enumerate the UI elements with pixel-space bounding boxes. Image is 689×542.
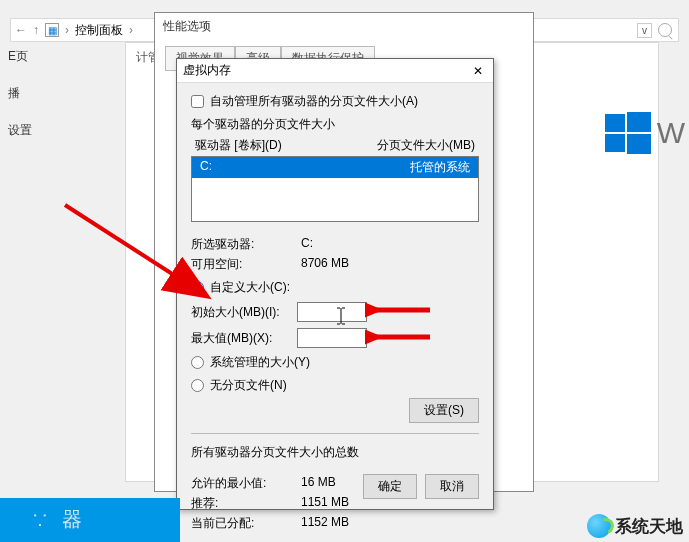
sidebar-item[interactable]: 播	[8, 85, 48, 102]
nav-back-icon[interactable]: ←	[15, 23, 27, 37]
dialog-titlebar: 性能选项	[155, 13, 533, 39]
svg-rect-2	[605, 134, 625, 152]
drive-listbox[interactable]: C: 托管的系统	[191, 156, 479, 222]
free-space-label: 可用空间:	[191, 256, 301, 273]
max-size-input[interactable]	[297, 328, 367, 348]
column-size: 分页文件大小(MB)	[377, 137, 475, 154]
sidebar: E页 播 设置	[8, 48, 48, 159]
selected-drive-label: 所选驱动器:	[191, 236, 301, 253]
close-icon[interactable]: ✕	[469, 62, 487, 80]
drive-row-selected[interactable]: C: 托管的系统	[192, 157, 478, 178]
breadcrumb-control-panel[interactable]: 控制面板	[75, 22, 123, 39]
ok-button[interactable]: 确定	[363, 474, 417, 499]
current-allocated-label: 当前已分配:	[191, 515, 301, 532]
system-managed-label: 系统管理的大小(Y)	[210, 354, 310, 371]
svg-rect-3	[627, 134, 651, 154]
drive-value: 托管的系统	[410, 159, 470, 176]
auto-manage-label: 自动管理所有驱动器的分页文件大小(A)	[210, 93, 418, 110]
initial-size-label: 初始大小(MB)(I):	[191, 304, 287, 321]
no-paging-label: 无分页文件(N)	[210, 377, 287, 394]
custom-size-radio[interactable]	[191, 281, 204, 294]
drive-name: C:	[200, 159, 212, 176]
free-space-value: 8706 MB	[301, 256, 479, 273]
watermark-icon	[587, 514, 611, 538]
dialog-titlebar: 虚拟内存 ✕	[177, 59, 493, 83]
cancel-button[interactable]: 取消	[425, 474, 479, 499]
control-panel-icon: ▦	[45, 23, 59, 37]
dialog-title: 性能选项	[163, 18, 211, 35]
chevron-right-icon: ›	[65, 23, 69, 37]
windows-icon	[605, 110, 651, 156]
no-paging-radio[interactable]	[191, 379, 204, 392]
virtual-memory-dialog: 虚拟内存 ✕ 自动管理所有驱动器的分页文件大小(A) 每个驱动器的分页文件大小 …	[176, 58, 494, 510]
initial-size-input[interactable]	[297, 302, 367, 322]
watermark: 系统天地	[587, 514, 683, 538]
current-allocated-value: 1152 MB	[301, 515, 479, 532]
column-drive: 驱动器 [卷标](D)	[195, 137, 282, 154]
address-dropdown-icon[interactable]: v	[637, 23, 652, 38]
watermark-text: 系统天地	[615, 515, 683, 538]
custom-size-label: 自定义大小(C):	[210, 279, 290, 296]
svg-rect-0	[605, 114, 625, 132]
sidebar-settings[interactable]: 设置	[8, 122, 48, 139]
sidebar-home[interactable]: E页	[8, 48, 48, 65]
chevron-right-icon: ›	[129, 23, 133, 37]
nav-up-icon[interactable]: ↑	[33, 23, 39, 37]
totals-label: 所有驱动器分页文件大小的总数	[191, 444, 479, 461]
svg-rect-1	[627, 112, 651, 132]
windows-letter: W	[657, 116, 685, 150]
system-managed-radio[interactable]	[191, 356, 204, 369]
max-size-label: 最大值(MB)(X):	[191, 330, 287, 347]
selected-drive-value: C:	[301, 236, 479, 253]
dialog-title: 虚拟内存	[183, 62, 231, 79]
taskbar-fragment: ∵ 器	[0, 498, 180, 542]
windows-logo: W	[605, 110, 685, 156]
taskbar-text: ∵ 器	[32, 506, 86, 533]
each-drive-label: 每个驱动器的分页文件大小	[191, 116, 479, 133]
set-button[interactable]: 设置(S)	[409, 398, 479, 423]
auto-manage-checkbox[interactable]	[191, 95, 204, 108]
search-icon[interactable]	[658, 23, 672, 37]
separator	[191, 433, 479, 434]
